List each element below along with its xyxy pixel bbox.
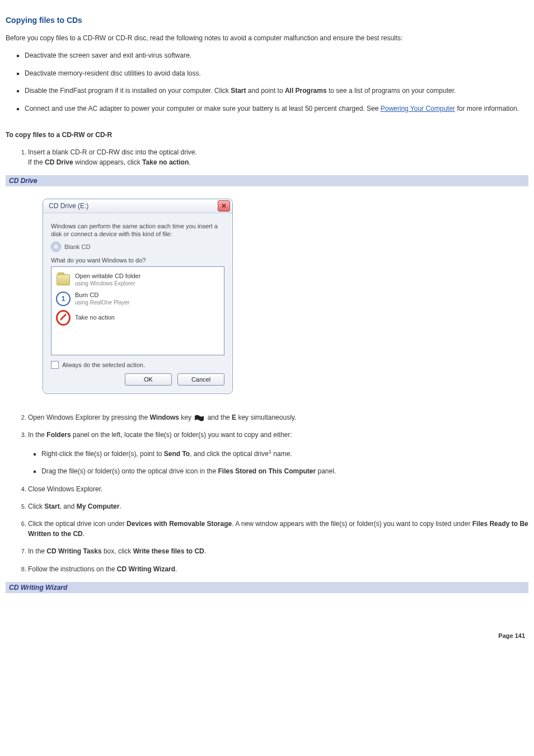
dialog-text: Windows can perform the same action each… xyxy=(51,222,224,238)
step-3-sub-2: Drag the file(s) or folder(s) onto the o… xyxy=(41,467,528,476)
figure-caption-cd-wizard: CD Writing Wizard xyxy=(6,582,528,593)
step-list-2: Open Windows Explorer by pressing the Wi… xyxy=(6,413,528,574)
step-4: Close Windows Explorer. xyxy=(28,485,528,494)
note-item: Deactivate memory-resident disc utilitie… xyxy=(25,69,528,78)
checkbox-icon[interactable] xyxy=(51,361,59,369)
dialog-title: CD Drive (E:) xyxy=(49,202,88,210)
cd-icon xyxy=(51,242,61,252)
figure-caption-cd-drive: CD Drive xyxy=(6,175,528,186)
option-open-folder[interactable]: Open writable CD folderusing Windows Exp… xyxy=(55,270,221,289)
blank-cd-row: Blank CD xyxy=(51,242,224,252)
windows-key-icon xyxy=(194,414,204,422)
note-item: Connect and use the AC adapter to power … xyxy=(25,104,528,114)
page-number: Page 141 xyxy=(6,632,528,639)
option-burn-cd[interactable]: 1 Burn CDusing RealOne Player xyxy=(55,289,221,308)
powering-link[interactable]: Powering Your Computer xyxy=(381,105,455,112)
intro-paragraph: Before you copy files to a CD-RW or CD-R… xyxy=(6,34,528,43)
step-8: Follow the instructions on the CD Writin… xyxy=(28,565,528,574)
section-title: Copying files to CDs xyxy=(6,16,528,25)
realone-icon: 1 xyxy=(56,292,71,306)
step-1: Insert a blank CD-R or CD-RW disc into t… xyxy=(28,148,528,167)
notes-list: Deactivate the screen saver and exit ant… xyxy=(6,51,528,114)
dialog-prompt: What do you want Windows to do? xyxy=(51,256,224,264)
step-list-1: Insert a blank CD-R or CD-RW disc into t… xyxy=(6,148,528,167)
step-5: Click Start, and My Computer. xyxy=(28,502,528,511)
cancel-button[interactable]: Cancel xyxy=(177,373,224,386)
procedure-heading: To copy files to a CD-RW or CD-R xyxy=(6,130,528,140)
folder-icon xyxy=(57,274,70,285)
figure-cd-drive-dialog: CD Drive (E:) ✕ Windows can perform the … xyxy=(6,191,528,405)
option-no-action[interactable]: Take no action xyxy=(55,308,221,327)
option-list[interactable]: Open writable CD folderusing Windows Exp… xyxy=(51,266,224,355)
step-2: Open Windows Explorer by pressing the Wi… xyxy=(28,413,528,422)
step-3-sub-1: Right-click the file(s) or folder(s), po… xyxy=(41,448,528,459)
always-checkbox-row[interactable]: Always do the selected action. xyxy=(51,361,224,369)
step-3: In the Folders panel on the left, locate… xyxy=(28,430,528,476)
note-item: Deactivate the screen saver and exit ant… xyxy=(25,51,528,60)
no-action-icon xyxy=(56,310,71,326)
step-7: In the CD Writing Tasks box, click Write… xyxy=(28,547,528,556)
autoplay-dialog: CD Drive (E:) ✕ Windows can perform the … xyxy=(43,199,233,394)
ok-button[interactable]: OK xyxy=(125,373,172,386)
note-item: Disable the FindFast program if it is in… xyxy=(25,86,528,96)
step-6: Click the optical drive icon under Devic… xyxy=(28,519,528,539)
close-icon[interactable]: ✕ xyxy=(218,200,230,212)
